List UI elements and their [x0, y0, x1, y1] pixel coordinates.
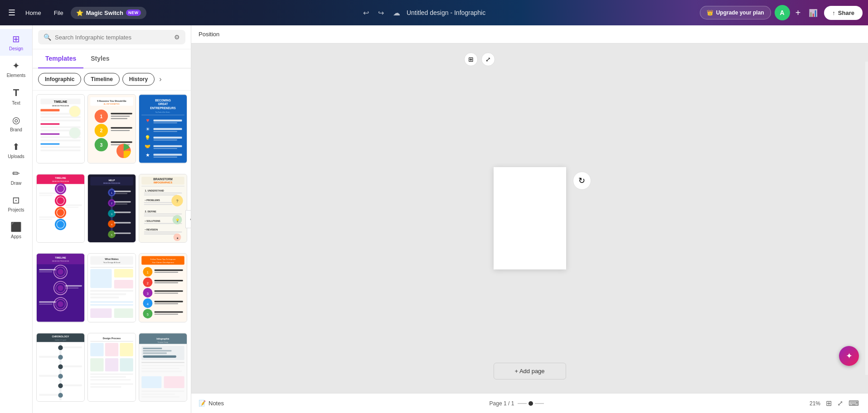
svg-rect-14: [40, 143, 59, 144]
share-button[interactable]: ↑ Share: [824, 6, 863, 20]
design-icon: ⊞: [12, 34, 20, 44]
category-pill-history[interactable]: History: [122, 73, 155, 86]
sidebar-item-draw[interactable]: ✏ Draw: [0, 163, 32, 190]
cloud-save-button[interactable]: ☁: [390, 6, 403, 20]
grid-view-button-bottom[interactable]: ⊞: [824, 397, 834, 409]
svg-rect-42: [141, 115, 184, 115]
template-card-10[interactable]: CHRONOLOGY timeline of a good: [36, 333, 85, 402]
svg-rect-138: [39, 269, 56, 270]
magic-assist-button[interactable]: ✦: [839, 346, 859, 366]
svg-rect-74: [39, 216, 56, 217]
svg-text:2: 2: [111, 202, 112, 205]
expand-canvas-button[interactable]: ⤢: [481, 53, 495, 66]
svg-text:• REVISION: • REVISION: [145, 228, 158, 231]
svg-text:1: 1: [147, 270, 149, 274]
add-collaborator-button[interactable]: +: [794, 6, 803, 20]
sidebar-item-elements[interactable]: ✦ Elements: [0, 56, 32, 82]
share-icon: ↑: [832, 10, 835, 16]
magic-assist-button-wrapper: ✦: [839, 346, 859, 366]
template-card-12[interactable]: Infographic Template Design: [139, 333, 187, 402]
svg-rect-7: [40, 120, 80, 121]
template-card-2[interactable]: 5 Reasons You Should Be An INFOGRAPHIC 1…: [87, 94, 136, 163]
magic-switch-label: Magic Switch: [86, 10, 123, 16]
sidebar-label-elements: Elements: [7, 73, 26, 78]
svg-rect-107: [144, 194, 178, 195]
svg-text:1: 1: [100, 114, 102, 119]
template-card-9[interactable]: Follow These Tips To Improve Your Career…: [139, 253, 187, 322]
canvas-page[interactable]: [494, 167, 566, 269]
page-dots: [518, 401, 544, 406]
svg-text:TIMELINE: TIMELINE: [54, 100, 67, 103]
svg-rect-148: [90, 267, 133, 268]
refresh-button[interactable]: ↻: [573, 172, 591, 190]
svg-text:DESIGN PROCESS: DESIGN PROCESS: [52, 105, 69, 107]
svg-rect-13: [40, 139, 80, 141]
notes-icon: 📝: [199, 400, 206, 407]
svg-rect-226: [141, 370, 182, 372]
svg-rect-174: [155, 293, 179, 293]
hamburger-button[interactable]: ☰: [5, 5, 18, 20]
sidebar-item-text[interactable]: T Text: [0, 82, 32, 110]
brand-icon: ◎: [12, 115, 20, 125]
file-button[interactable]: File: [48, 7, 69, 19]
svg-rect-154: [90, 297, 119, 298]
redo-button[interactable]: ↪: [375, 6, 387, 20]
sidebar-item-uploads[interactable]: ⬆ Uploads: [0, 137, 32, 163]
page-dot-1[interactable]: [529, 401, 533, 406]
elements-icon: ✦: [12, 60, 20, 71]
template-card-1[interactable]: TIMELINE DESIGN PROCESS: [36, 94, 85, 163]
template-card-4[interactable]: TIMELINE DESIGN PROCESS: [36, 174, 85, 243]
search-input[interactable]: [55, 34, 170, 41]
template-card-8[interactable]: What Makes Your Design A Good: [87, 253, 136, 322]
svg-text:CHRONOLOGY: CHRONOLOGY: [52, 335, 69, 337]
svg-rect-114: [144, 213, 182, 214]
tab-templates[interactable]: Templates: [38, 49, 83, 68]
avatar-button[interactable]: A: [775, 5, 790, 20]
svg-rect-141: [65, 288, 78, 288]
tab-styles[interactable]: Styles: [83, 49, 116, 68]
category-pill-infographic[interactable]: Infographic: [38, 73, 81, 86]
svg-rect-193: [63, 365, 82, 367]
filter-button[interactable]: ⚙: [174, 34, 180, 41]
upgrade-button[interactable]: 👑 Upgrade your plan: [700, 6, 771, 19]
template-card-11[interactable]: Design Process: [87, 333, 136, 402]
template-card-7[interactable]: TIMELINE DESIGN PROCESS: [36, 253, 85, 322]
canvas-top-toolbar: ⊞ ⤢: [464, 53, 495, 66]
template-card-3[interactable]: BECOMING GREAT ENTREPRENEURS Top Traits …: [139, 94, 187, 163]
svg-rect-143: [39, 304, 52, 305]
sidebar-item-projects[interactable]: ⊡ Projects: [0, 190, 32, 217]
grid-view-button[interactable]: ⊞: [464, 53, 478, 66]
svg-rect-75: [39, 218, 52, 219]
svg-rect-220: [143, 350, 171, 351]
categories-chevron-icon[interactable]: ›: [157, 73, 163, 85]
sidebar-item-design[interactable]: ⊞ Design: [0, 29, 32, 56]
panel-tabs: Templates Styles: [33, 49, 191, 68]
add-page-button[interactable]: + Add page: [494, 363, 566, 379]
category-pill-timeline[interactable]: Timeline: [84, 73, 119, 86]
notes-button[interactable]: 📝 Notes: [199, 400, 224, 407]
undo-button[interactable]: ↩: [360, 6, 372, 20]
svg-text:5: 5: [111, 233, 112, 236]
svg-rect-106: [144, 192, 182, 193]
document-title[interactable]: Untitled design - Infographic: [407, 9, 485, 16]
svg-rect-227: [141, 376, 161, 388]
svg-text:IMFOGRAPHICS: IMFOGRAPHICS: [154, 181, 172, 184]
svg-point-17: [69, 106, 80, 117]
template-card-6[interactable]: BRAINSTORM IMFOGRAPHICS 1. UNDERSTAND • …: [139, 174, 187, 243]
hide-panel-button[interactable]: ‹: [185, 210, 191, 228]
svg-rect-4: [40, 109, 59, 111]
vertical-scrollbar[interactable]: [865, 62, 868, 375]
sidebar-item-apps[interactable]: ⬛ Apps: [0, 217, 32, 244]
sidebar-item-brand[interactable]: ◎ Brand: [0, 110, 32, 137]
template-card-5[interactable]: HELP DESIGN PROCESS 1 2 3: [87, 174, 136, 243]
keyboard-shortcuts-button[interactable]: ⌨: [847, 397, 861, 409]
fullscreen-button[interactable]: ⤢: [835, 397, 845, 409]
svg-rect-211: [90, 379, 131, 380]
stats-button[interactable]: 📊: [806, 6, 820, 20]
search-icon: 🔍: [44, 34, 51, 41]
home-button[interactable]: Home: [20, 7, 47, 19]
magic-switch-button[interactable]: ⭐ Magic Switch NEW: [71, 7, 146, 19]
svg-rect-207: [105, 358, 118, 371]
svg-rect-121: [144, 231, 182, 232]
svg-text:ENTREPRENEURS: ENTREPRENEURS: [150, 106, 175, 110]
